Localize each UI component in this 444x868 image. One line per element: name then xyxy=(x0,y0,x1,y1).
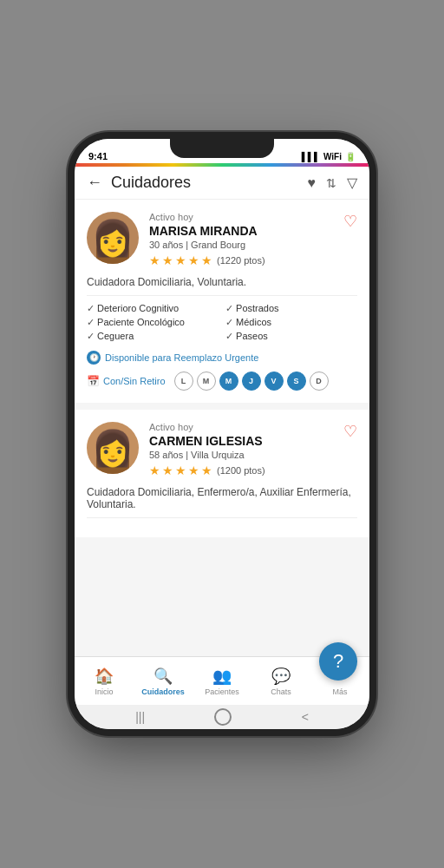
schedule-marisa: 📅 Con/Sin Retiro L M M J V S D xyxy=(87,372,357,391)
nav-item-pacientes[interactable]: 👥 Pacientes xyxy=(193,663,251,700)
day-V: V xyxy=(264,372,284,391)
home-button[interactable] xyxy=(214,708,232,726)
nav-item-inicio[interactable]: 🏠 Inicio xyxy=(75,663,134,700)
multitask-icon: ||| xyxy=(135,710,145,724)
urgent-badge-marisa: 🕐 Disponible para Reemplazo Urgente xyxy=(87,351,357,365)
status-time: 9:41 xyxy=(88,151,108,161)
nav-label-cuidadores: Cuidadores xyxy=(141,687,185,696)
stars-carmen: ★ ★ ★ ★ ★ (1200 ptos) xyxy=(149,464,330,477)
skill-item: Ceguera xyxy=(87,331,219,342)
nav-label-pacientes: Pacientes xyxy=(205,687,239,696)
star4: ★ xyxy=(188,253,199,267)
active-label-marisa: Activo hoy xyxy=(149,212,330,222)
day-L: L xyxy=(174,372,193,391)
day-S: S xyxy=(287,372,306,391)
description-marisa: Cuidadora Domiciliaria, Voluntaria. xyxy=(87,276,357,296)
clock-icon: 🕐 xyxy=(87,351,101,365)
home-icon: 🏠 xyxy=(95,667,114,686)
skills-marisa: Deterioro Cognitivo Postrados Paciente O… xyxy=(87,303,357,342)
filter-icon[interactable]: ▽ xyxy=(347,174,357,191)
day-M1: M xyxy=(197,372,216,391)
urgent-label: Disponible para Reemplazo Urgente xyxy=(105,352,258,363)
caregiver-card-marisa: Activo hoy MARISA MIRANDA 30 años | Gran… xyxy=(75,200,369,403)
days-row: L M M J V S D xyxy=(174,372,329,391)
name-carmen: CARMEN IGLESIAS xyxy=(149,434,330,448)
page-title: Cuidadores xyxy=(111,174,308,192)
description-carmen: Cuidadora Domiciliaria, Enfermero/a, Aux… xyxy=(87,486,357,518)
nav-item-chats[interactable]: 💬 Chats xyxy=(251,663,310,700)
nav-label-mas: Más xyxy=(332,687,347,696)
home-indicator: ||| < xyxy=(75,705,369,729)
stars-marisa: ★ ★ ★ ★ ★ (1220 ptos) xyxy=(149,253,330,267)
schedule-text: Con/Sin Retiro xyxy=(103,376,166,386)
skill-item: Deterioro Cognitivo xyxy=(87,303,219,314)
star1: ★ xyxy=(149,464,160,477)
search-icon: 🔍 xyxy=(153,667,173,686)
nav-item-cuidadores[interactable]: 🔍 Cuidadores xyxy=(134,663,193,700)
day-J: J xyxy=(242,372,261,391)
calendar-icon: 📅 xyxy=(87,375,100,387)
day-D: D xyxy=(310,372,329,391)
star5: ★ xyxy=(201,253,212,267)
skill-item: Médicos xyxy=(225,317,357,328)
header: ← Cuidadores ♥ ⇅ ▽ xyxy=(75,167,369,200)
caregiver-card-carmen: Activo hoy CARMEN IGLESIAS 58 años | Vil… xyxy=(75,410,369,537)
meta-marisa: 30 años | Grand Bourg xyxy=(149,240,330,250)
sort-icon[interactable]: ⇅ xyxy=(326,176,336,190)
avatar-marisa xyxy=(87,212,139,264)
avatar-carmen xyxy=(87,422,139,474)
back-gesture-icon: < xyxy=(302,710,309,724)
favorite-marisa-button[interactable]: ♡ xyxy=(343,212,357,231)
nav-label-chats: Chats xyxy=(271,687,291,696)
skill-item: Postrados xyxy=(225,303,357,314)
day-M2: M xyxy=(219,372,238,391)
content-area: Activo hoy MARISA MIRANDA 30 años | Gran… xyxy=(75,200,369,656)
battery-icon: 🔋 xyxy=(345,152,356,161)
schedule-label: 📅 Con/Sin Retiro xyxy=(87,375,166,387)
meta-carmen: 58 años | Villa Urquiza xyxy=(149,450,330,460)
skill-item: Paseos xyxy=(225,331,357,342)
back-button[interactable]: ← xyxy=(87,174,102,192)
heart-filter-icon[interactable]: ♥ xyxy=(308,175,317,191)
status-icons: ▌▌▌ WiFi 🔋 xyxy=(302,152,356,161)
favorite-carmen-button[interactable]: ♡ xyxy=(343,422,357,441)
fab-help-button[interactable]: ? xyxy=(319,642,357,681)
points-carmen: (1200 ptos) xyxy=(217,465,265,476)
skill-item: Paciente Oncológico xyxy=(87,317,219,328)
star3: ★ xyxy=(175,253,186,267)
header-actions: ♥ ⇅ ▽ xyxy=(308,174,358,191)
patients-icon: 👥 xyxy=(212,667,232,686)
name-marisa: MARISA MIRANDA xyxy=(149,224,330,238)
chat-icon: 💬 xyxy=(271,667,291,686)
star4: ★ xyxy=(188,464,199,477)
star1: ★ xyxy=(149,253,160,267)
wifi-icon: WiFi xyxy=(323,152,342,161)
star2: ★ xyxy=(162,253,173,267)
star3: ★ xyxy=(175,464,186,477)
active-label-carmen: Activo hoy xyxy=(149,422,330,432)
nav-label-inicio: Inicio xyxy=(95,687,113,696)
star5: ★ xyxy=(201,464,212,477)
points-marisa: (1220 ptos) xyxy=(217,255,265,266)
signal-icon: ▌▌▌ xyxy=(302,152,320,161)
star2: ★ xyxy=(162,464,173,477)
